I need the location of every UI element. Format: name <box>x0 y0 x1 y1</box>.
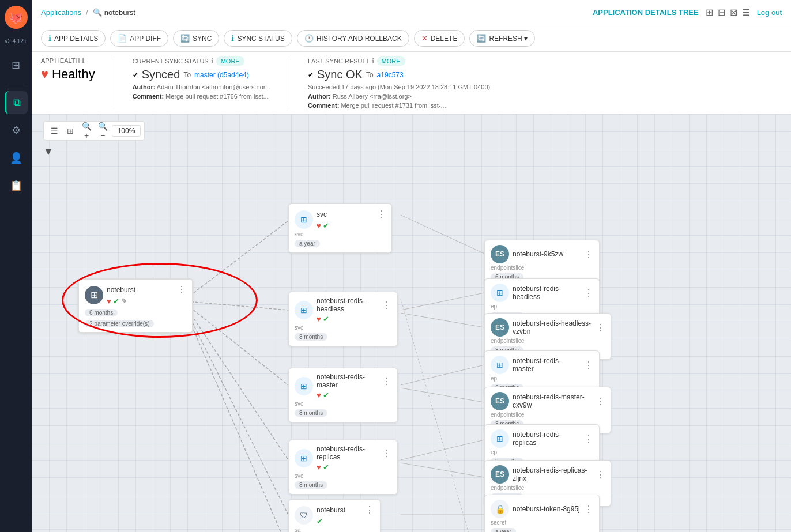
delete-label: DELETE <box>431 35 458 43</box>
sa-noteburst-menu[interactable]: ⋮ <box>365 504 374 515</box>
sa-noteburst-icon: 🛡 <box>295 506 313 525</box>
sidebar-item-docs[interactable]: 📋 <box>5 174 28 197</box>
breadcrumb-search: 🔍 noteburst <box>93 8 135 17</box>
ep-9k5zw-icon: ES <box>491 245 509 263</box>
ep-headless-vzvbn-type: endpointslice <box>491 338 605 344</box>
current-sync-label: CURRENT SYNC STATUS ℹ MORE <box>133 56 270 66</box>
current-sync-more-button[interactable]: MORE <box>216 56 244 66</box>
separator-1 <box>114 56 114 109</box>
ep-replicas-zljnx-type: endpointslice <box>491 485 605 491</box>
sidebar-item-apps[interactable]: ⧉ <box>5 91 28 114</box>
statusbar: APP HEALTH ℹ ♥ Healthy CURRENT SYNC STAT… <box>32 52 791 114</box>
ep-redis-headless-menu[interactable]: ⋮ <box>584 288 593 299</box>
secret-token-type: secret <box>491 519 593 526</box>
ep-redis-replicas-menu[interactable]: ⋮ <box>584 433 593 444</box>
refresh-label: REFRESH ▾ <box>489 35 528 43</box>
toggle-labels-button[interactable]: ☰ <box>47 124 61 138</box>
separator-2 <box>289 56 289 109</box>
svc-top-heart: ♥ <box>317 221 321 230</box>
sync-status-icon: ℹ <box>231 34 234 43</box>
ep-replicas-zljnx-title: noteburst-redis-replicas-zljnx <box>513 466 592 482</box>
redis-headless-check: ✔ <box>323 315 329 323</box>
redis-replicas-svc-menu[interactable]: ⋮ <box>382 448 391 459</box>
app-logo: 🐙 <box>5 6 28 29</box>
last-sync-to-label: To <box>366 71 374 79</box>
secret-token-title: noteburst-token-8g95j <box>513 505 581 513</box>
app-health-section: APP HEALTH ℹ ♥ Healthy <box>41 56 95 82</box>
app-details-icon: ℹ <box>48 34 51 43</box>
sync-status-button[interactable]: ℹ SYNC STATUS <box>224 30 292 47</box>
sidebar-item-user[interactable]: 👤 <box>5 146 28 169</box>
svc-top-type: svc <box>295 231 386 237</box>
last-sync-info-icon[interactable]: ℹ <box>372 57 375 65</box>
ep-replicas-zljnx-icon: ES <box>491 465 509 484</box>
last-sync-comment: Comment: Merge pull request #1731 from l… <box>308 102 490 109</box>
ep-replicas-zljnx-menu[interactable]: ⋮ <box>596 469 605 480</box>
current-sync-info-icon[interactable]: ℹ <box>211 57 214 65</box>
ep-headless-vzvbn-menu[interactable]: ⋮ <box>596 322 605 333</box>
app-health-info-icon[interactable]: ℹ <box>82 56 85 65</box>
last-sync-more-button[interactable]: MORE <box>377 56 405 66</box>
fit-screen-button[interactable]: ⊞ <box>63 124 77 138</box>
sidebar-item-settings[interactable]: ⚙ <box>5 119 28 142</box>
ep-redis-master-menu[interactable]: ⋮ <box>584 360 593 371</box>
redis-headless-type: svc <box>295 325 391 331</box>
redis-master-svc-icon: ⊞ <box>295 377 313 395</box>
breadcrumb-applications[interactable]: Applications <box>41 8 81 17</box>
ep-9k5zw-type: endpointslice <box>491 265 593 271</box>
app-heart-icon: ♥ <box>107 297 111 305</box>
app-version: v2.4.12+ <box>5 38 27 44</box>
svc-top-check: ✔ <box>323 221 329 230</box>
ep-9k5zw-menu[interactable]: ⋮ <box>584 249 593 260</box>
search-icon: 🔍 <box>93 8 102 17</box>
zoom-in-button[interactable]: 🔍+ <box>80 124 93 138</box>
app-node-icon: ⊞ <box>85 286 103 304</box>
redis-headless-svc-icon: ⊞ <box>295 301 313 319</box>
history-icon: 🕐 <box>304 34 314 43</box>
secret-token-menu[interactable]: ⋮ <box>584 504 593 515</box>
last-sync-status-row: ✔ Sync OK To a19c573 <box>308 68 490 81</box>
topbar-right: APPLICATION DETAILS TREE ⊞ ⊟ ⊠ ☰ Log out <box>593 7 782 18</box>
redis-headless-tag: 8 months <box>295 333 327 341</box>
app-node-menu[interactable]: ⋮ <box>177 284 186 295</box>
ep-redis-replicas-icon: ⊞ <box>491 429 509 448</box>
sync-ok-icon: ✔ <box>308 71 314 79</box>
ep-redis-headless-type: ep <box>491 303 593 310</box>
zoom-level: 100% <box>112 125 141 137</box>
sync-branch-link[interactable]: master (d5ad4e4) <box>194 71 249 79</box>
redis-replicas-type: svc <box>295 473 391 479</box>
sync-check-icon: ✔ <box>133 71 138 79</box>
ep-master-cxv9w-icon: ES <box>491 392 509 410</box>
tree-view-icon[interactable]: ⊞ <box>706 7 713 18</box>
main-content: Applications / 🔍 noteburst APPLICATION D… <box>32 0 791 532</box>
zoom-out-button[interactable]: 🔍− <box>96 124 110 138</box>
grid-view-icon[interactable]: ⊟ <box>718 7 725 18</box>
sync-button[interactable]: 🔄 SYNC <box>173 30 219 47</box>
refresh-button[interactable]: 🔄 REFRESH ▾ <box>469 30 535 47</box>
ep-redis-master-type: ep <box>491 375 593 382</box>
layers-icon: ⊞ <box>12 59 20 71</box>
sidebar: 🐙 v2.4.12+ ⊞ ⧉ ⚙ 👤 📋 <box>0 0 32 532</box>
redis-headless-svc-menu[interactable]: ⋮ <box>382 300 391 311</box>
list-view-icon[interactable]: ☰ <box>742 7 750 18</box>
app-diff-icon: 📄 <box>118 34 127 43</box>
ep-redis-replicas-title: noteburst-redis-replicas <box>513 431 581 447</box>
ep-master-cxv9w-menu[interactable]: ⋮ <box>596 396 605 407</box>
history-rollback-button[interactable]: 🕐 HISTORY AND ROLLBACK <box>297 30 409 47</box>
logout-button[interactable]: Log out <box>757 8 782 17</box>
app-details-button[interactable]: ℹ APP DETAILS <box>41 30 106 47</box>
svc-top-menu[interactable]: ⋮ <box>376 209 386 220</box>
redis-master-svc-menu[interactable]: ⋮ <box>382 376 391 387</box>
delete-button[interactable]: ✕ DELETE <box>414 30 465 47</box>
svc-top-title: svc <box>317 210 373 218</box>
last-sync-commit-link[interactable]: a19c573 <box>377 71 404 79</box>
last-sync-author: Author: Russ Allbery <rra@lsst.org> - <box>308 93 490 100</box>
sidebar-item-layers[interactable]: ⊞ <box>5 54 28 77</box>
svc-top-tag: a year <box>295 240 320 247</box>
app-diff-button[interactable]: 📄 APP DIFF <box>110 30 168 47</box>
filter-button[interactable]: ▼ <box>43 146 54 158</box>
sa-noteburst-type: sa <box>295 527 374 532</box>
network-view-icon[interactable]: ⊠ <box>730 7 737 18</box>
redis-master-heart: ♥ <box>317 391 321 399</box>
redis-replicas-heart: ♥ <box>317 463 321 471</box>
